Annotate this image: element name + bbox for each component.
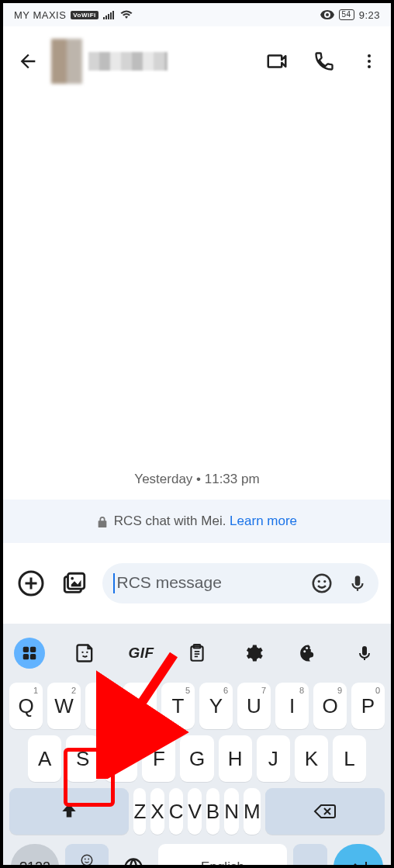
svg-point-32: [88, 859, 89, 860]
conversation-area[interactable]: Yesterday • 11:33 pm: [3, 96, 391, 500]
video-call-button[interactable]: [265, 50, 289, 73]
key-j[interactable]: J: [257, 735, 290, 782]
backspace-key[interactable]: [265, 788, 385, 835]
status-bar: MY MAXIS VoWiFi 54 9:23: [3, 3, 391, 26]
voice-call-button[interactable]: [313, 50, 335, 72]
svg-point-26: [306, 647, 308, 649]
key-x[interactable]: X: [150, 788, 164, 835]
svg-point-27: [309, 647, 312, 649]
key-e[interactable]: E3: [85, 683, 119, 729]
key-s[interactable]: S: [66, 735, 99, 782]
svg-point-28: [312, 650, 314, 652]
signal-icon: [103, 10, 116, 19]
key-n[interactable]: N: [224, 788, 239, 835]
contact-header[interactable]: [51, 38, 168, 85]
svg-rect-16: [355, 576, 361, 586]
vowifi-badge: VoWiFi: [71, 11, 98, 19]
emoji-comma-key[interactable]: ,: [65, 844, 109, 868]
svg-point-15: [323, 580, 326, 583]
key-o[interactable]: O9: [313, 683, 347, 729]
keyboard-row-4: ?123 , English .: [3, 838, 391, 868]
rcs-notice-text: RCS chat with Mei.: [114, 514, 230, 528]
enter-key[interactable]: [334, 844, 383, 868]
rcs-encryption-notice: RCS chat with Mei. Learn more: [3, 500, 391, 543]
svg-point-22: [86, 652, 88, 653]
key-d[interactable]: D: [104, 735, 137, 782]
key-b[interactable]: B: [206, 788, 219, 835]
more-options-button[interactable]: [360, 52, 378, 71]
keyboard-toolbar: GIF: [3, 631, 391, 680]
gallery-button[interactable]: [59, 568, 90, 599]
learn-more-link[interactable]: Learn more: [230, 514, 297, 528]
gif-button[interactable]: GIF: [126, 638, 157, 669]
key-g[interactable]: G: [180, 735, 213, 782]
key-t[interactable]: T5: [161, 683, 195, 729]
emoji-picker-button[interactable]: [310, 572, 334, 595]
clipboard-button[interactable]: [181, 638, 213, 669]
svg-rect-2: [108, 14, 109, 19]
wifi-icon: [120, 10, 133, 19]
svg-point-5: [326, 13, 329, 16]
svg-rect-17: [23, 647, 29, 652]
key-k[interactable]: K: [295, 735, 328, 782]
svg-point-6: [368, 54, 371, 57]
svg-point-31: [85, 859, 86, 860]
key-a[interactable]: A: [28, 735, 61, 782]
space-key[interactable]: English: [158, 844, 287, 868]
svg-point-7: [368, 60, 371, 63]
app-header: [3, 26, 391, 96]
svg-point-30: [81, 855, 92, 866]
eye-icon: [320, 10, 334, 19]
voice-input-button[interactable]: [347, 572, 368, 595]
key-l[interactable]: L: [333, 735, 366, 782]
svg-rect-20: [30, 654, 36, 659]
svg-rect-29: [362, 646, 367, 655]
keyboard-row-1: Q1W2E3R4T5Y6U7I8O9P0: [3, 680, 391, 732]
period-key[interactable]: .: [293, 844, 327, 868]
key-i[interactable]: I8: [275, 683, 309, 729]
key-w[interactable]: W2: [47, 683, 81, 729]
add-attachment-button[interactable]: [16, 568, 47, 599]
key-f[interactable]: F: [142, 735, 175, 782]
key-m[interactable]: M: [244, 788, 261, 835]
back-button[interactable]: [16, 49, 40, 74]
key-y[interactable]: Y6: [199, 683, 233, 729]
lock-icon: [97, 515, 111, 527]
key-u[interactable]: U7: [237, 683, 271, 729]
svg-point-12: [71, 577, 74, 580]
shift-key[interactable]: [9, 788, 129, 835]
svg-point-13: [313, 575, 331, 593]
avatar: [51, 39, 82, 84]
key-h[interactable]: H: [219, 735, 252, 782]
svg-rect-19: [23, 654, 29, 659]
day-separator: Yesterday • 11:33 pm: [3, 472, 391, 487]
svg-point-8: [368, 65, 371, 68]
key-r[interactable]: R4: [123, 683, 157, 729]
sticker-button[interactable]: [70, 638, 101, 669]
message-input[interactable]: RCS message: [102, 563, 378, 603]
svg-point-25: [303, 650, 306, 652]
message-composer: RCS message: [3, 543, 391, 624]
clock-label: 9:23: [359, 9, 380, 21]
key-v[interactable]: V: [188, 788, 201, 835]
keyboard-apps-button[interactable]: [14, 638, 45, 669]
language-key[interactable]: [115, 844, 152, 868]
theme-button[interactable]: [293, 638, 324, 669]
key-p[interactable]: P0: [351, 683, 385, 729]
key-q[interactable]: Q1: [9, 683, 43, 729]
soft-keyboard: GIF Q1W2E3R4T5Y6U7I8O9P0 ASDFGHJKL ZXCVB…: [3, 624, 391, 868]
svg-rect-18: [30, 647, 36, 652]
key-c[interactable]: C: [169, 788, 184, 835]
svg-rect-4: [112, 11, 114, 19]
keyboard-row-3: ZXCVBNM: [3, 785, 391, 838]
contact-name: [88, 52, 168, 71]
settings-button[interactable]: [237, 638, 268, 669]
carrier-label: MY MAXIS: [14, 9, 66, 21]
message-placeholder: RCS message: [117, 573, 222, 591]
symbols-key[interactable]: ?123: [11, 844, 59, 868]
svg-rect-1: [105, 16, 107, 19]
keyboard-mic-button[interactable]: [349, 638, 380, 669]
key-z[interactable]: Z: [133, 788, 146, 835]
keyboard-row-2: ASDFGHJKL: [3, 732, 391, 785]
svg-rect-0: [103, 17, 105, 19]
